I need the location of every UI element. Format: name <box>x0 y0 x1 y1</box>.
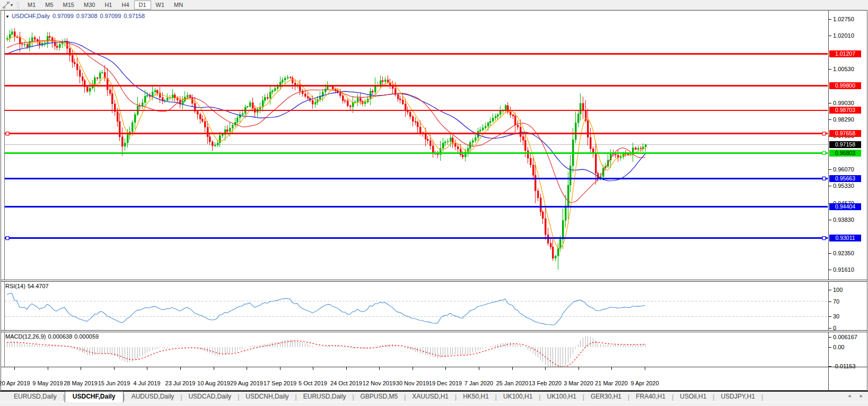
level-handle[interactable] <box>822 151 826 154</box>
macd-panel: MACD(12,26,9)0.0006380.000059 0.0061670.… <box>1 332 867 367</box>
date-tick-mark <box>214 367 214 370</box>
date-axis-corner <box>828 367 866 390</box>
date-tick-label: 9 Apr 2020 <box>630 380 659 386</box>
price-level-badge: 0.96803 <box>829 150 861 157</box>
date-tick-mark <box>81 367 81 370</box>
date-tick-label: 28 May 2019 <box>64 380 98 386</box>
cursor-tool-icon[interactable] <box>2 1 10 9</box>
chart-tab-usdcnh-daily[interactable]: USDCNH,Daily <box>239 392 295 402</box>
date-tick-label: 25 Jan 2020 <box>496 380 529 386</box>
chart-symbol: USDCHF,Daily <box>12 13 50 19</box>
rsi-name: RSI(14) <box>5 283 25 289</box>
timeframe-button-m5[interactable]: M5 <box>40 1 58 10</box>
macd-name: MACD(12,26,9) <box>5 333 46 340</box>
date-tick-mark <box>645 367 645 370</box>
chart-tab-eurusd-daily[interactable]: EURUSD,Daily <box>297 392 353 402</box>
level-handle[interactable] <box>822 177 826 180</box>
axis-tick-label: 1.00530 <box>833 66 854 72</box>
chart-tab-eurusd-daily[interactable]: EURUSD,Daily <box>7 392 63 402</box>
chart-tab-fra40-h1[interactable]: FRA40,H1 <box>629 392 672 402</box>
date-tick-label: 7 Jan 2020 <box>464 380 493 386</box>
date-tick-mark <box>512 367 513 370</box>
date-tick-label: 15 Jun 2019 <box>98 380 130 386</box>
tab-scroll-arrows: ◄► <box>847 393 864 399</box>
timeframe-button-h1[interactable]: H1 <box>100 1 117 10</box>
date-tick-label: 12 Nov 2019 <box>363 380 396 386</box>
status-strip <box>0 402 868 406</box>
date-tick-label: 30 Nov 2019 <box>396 380 429 386</box>
level-handle[interactable] <box>6 237 9 240</box>
axis-tick-mark <box>829 19 831 20</box>
axis-tick-mark <box>829 186 831 186</box>
axis-tick-mark <box>829 119 831 120</box>
tab-scroll-right-icon[interactable]: ► <box>859 393 864 399</box>
chart-tab-ger30-h1[interactable]: GER30,H1 <box>584 392 628 402</box>
tool-dropdown-caret-icon[interactable]: ▾ <box>11 3 13 7</box>
timeframe-button-mn[interactable]: MN <box>169 1 188 10</box>
timeframe-toolbar: ▾ M1M5M15M30H1H4D1W1MN <box>0 0 868 10</box>
timeframe-button-m30[interactable]: M30 <box>79 1 100 10</box>
chart-tab-usoil-h1[interactable]: USOil,H1 <box>673 392 713 402</box>
date-tick-label: 24 Oct 2019 <box>330 380 362 386</box>
tab-scroll-left-icon[interactable]: ◄ <box>847 393 852 399</box>
date-tick-mark <box>14 367 15 370</box>
chart-tab-uk100-h1[interactable]: UK100,H1 <box>540 392 582 402</box>
chart-tab-xauusd-h1[interactable]: XAUUSD,H1 <box>406 392 455 402</box>
rsi-value: 54.4707 <box>28 283 49 289</box>
chart-tab-usdchf-daily[interactable]: USDCHF,Daily <box>65 391 124 402</box>
rsi-label: RSI(14)54.4707 <box>5 283 51 289</box>
axis-tick-label: 0 <box>833 325 836 331</box>
ohlc-low: 0.97099 <box>100 13 121 19</box>
date-tick-label: 5 Oct 2019 <box>299 380 327 386</box>
axis-tick-mark <box>829 220 831 220</box>
chart-window: ▼USDCHF,Daily0.970990.973080.970990.9715… <box>1 10 867 391</box>
axis-tick-mark <box>829 253 831 254</box>
axis-tick-mark <box>829 328 831 329</box>
ohlc-open: 0.97099 <box>52 13 74 19</box>
macd-chart[interactable] <box>4 332 828 367</box>
axis-tick-label: 0.92350 <box>833 250 854 256</box>
timeframe-button-m15[interactable]: M15 <box>58 1 79 10</box>
collapse-triangle-icon[interactable]: ▼ <box>5 14 10 19</box>
chart-title: ▼USDCHF,Daily0.970990.973080.970990.9715… <box>5 13 145 19</box>
axis-tick-mark <box>829 270 831 270</box>
axis-tick-mark <box>829 316 831 317</box>
chart-tab-uk100-h1[interactable]: UK100,H1 <box>497 392 539 402</box>
date-tick-label: 9 May 2019 <box>32 380 63 386</box>
timeframe-button-m1[interactable]: M1 <box>23 1 40 10</box>
rsi-chart[interactable] <box>4 282 828 330</box>
price-level-badge: 0.93011 <box>829 235 861 241</box>
timeframe-button-w1[interactable]: W1 <box>151 1 170 10</box>
chart-tab-usdcad-daily[interactable]: USDCAD,Daily <box>182 392 238 402</box>
toolbar-grip <box>17 2 19 8</box>
axis-tick-label: 0.93830 <box>833 217 854 223</box>
price-axis[interactable]: 1.027501.020101.005300.990300.982900.975… <box>828 11 866 280</box>
date-tick-label: 29 Aug 2019 <box>230 380 263 386</box>
timeframe-button-d1[interactable]: D1 <box>134 1 151 10</box>
price-level-badge: 0.97158 <box>829 141 861 148</box>
chart-tab-audusd-daily[interactable]: AUDUSD,Daily <box>125 392 181 402</box>
chart-tab-gbpusd-m5[interactable]: GBPUSD,M5 <box>354 392 405 402</box>
level-handle[interactable] <box>822 237 826 240</box>
candlestick-chart[interactable] <box>4 11 828 280</box>
rsi-axis[interactable]: 10070300 <box>828 282 866 330</box>
date-tick-mark <box>578 367 579 370</box>
price-level-badge: 0.95663 <box>829 175 861 182</box>
date-tick-label: 10 Aug 2019 <box>197 380 230 386</box>
chart-tab-hk50-h1[interactable]: HK50,H1 <box>457 392 495 402</box>
level-handle[interactable] <box>6 132 9 135</box>
chart-tab-usdjpy-h1[interactable]: USDJPY,H1 <box>714 392 761 402</box>
level-handle[interactable] <box>822 132 826 135</box>
axis-tick-mark <box>829 36 831 36</box>
timeframe-button-h4[interactable]: H4 <box>117 1 134 10</box>
date-tick-mark <box>280 367 280 370</box>
macd-plot-area[interactable]: MACD(12,26,9)0.0006380.000059 <box>1 332 828 367</box>
rsi-plot-area[interactable]: RSI(14)54.4707 <box>1 282 828 330</box>
axis-tick-label: 0.98290 <box>833 116 854 123</box>
main-plot-area[interactable]: ▼USDCHF,Daily0.970990.973080.970990.9715… <box>1 11 828 280</box>
price-level-badge: 0.99800 <box>829 82 861 89</box>
ohlc-high: 0.97308 <box>76 13 98 19</box>
macd-axis[interactable]: 0.0061670.00-0.01153 <box>828 332 866 367</box>
date-tick-label: 23 Jul 2019 <box>165 380 196 386</box>
date-axis[interactable]: 20 Apr 20199 May 201928 May 201915 Jun 2… <box>1 367 828 390</box>
